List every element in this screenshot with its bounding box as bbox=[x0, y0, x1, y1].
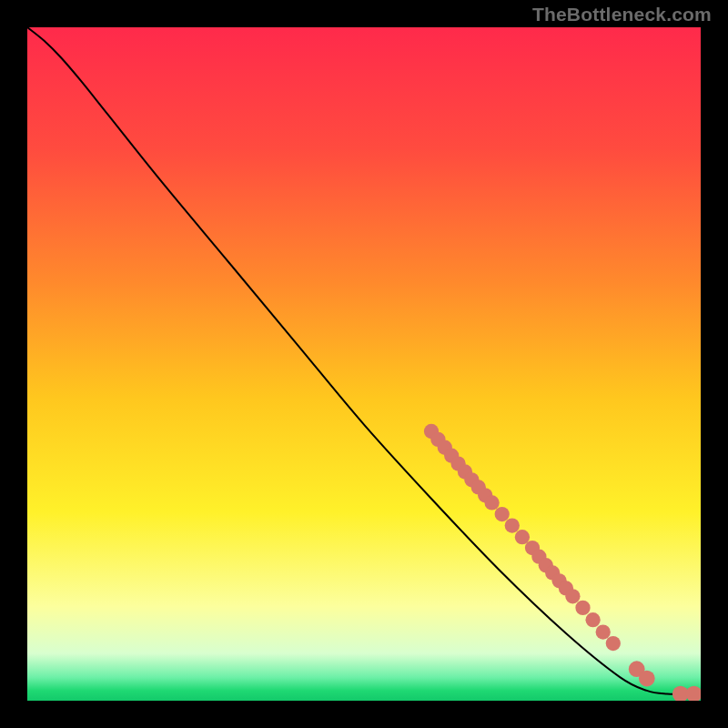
chart-stage: TheBottleneck.com bbox=[0, 0, 728, 728]
plot-area bbox=[27, 27, 701, 701]
data-marker bbox=[596, 624, 611, 639]
data-marker bbox=[606, 636, 621, 651]
data-marker bbox=[484, 495, 499, 510]
data-marker bbox=[565, 589, 580, 603]
plot-svg bbox=[27, 27, 701, 701]
data-marker bbox=[575, 601, 590, 615]
data-marker bbox=[585, 612, 600, 627]
gradient-background bbox=[27, 27, 701, 701]
data-marker bbox=[515, 530, 530, 544]
data-marker bbox=[505, 518, 520, 532]
attribution-label: TheBottleneck.com bbox=[532, 4, 712, 25]
data-marker bbox=[495, 507, 510, 521]
data-marker bbox=[639, 671, 655, 687]
